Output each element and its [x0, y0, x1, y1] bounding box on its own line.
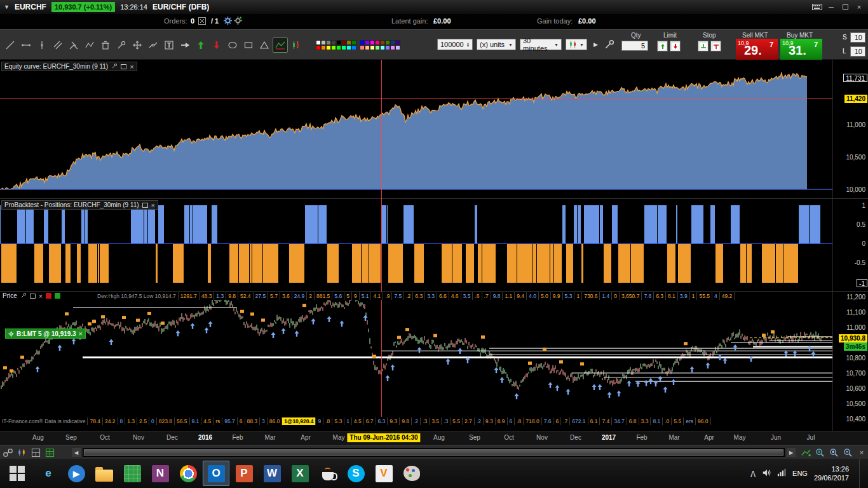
paint-icon[interactable] [398, 461, 425, 486]
palette-swatch[interactable] [395, 40, 400, 45]
green-app-icon[interactable] [119, 461, 146, 486]
tray-expand-icon[interactable]: ᐱ [750, 470, 756, 479]
scroll-left-arrow[interactable]: ◀ [72, 448, 81, 457]
palette-swatch[interactable] [380, 45, 385, 50]
delete-drawings-tool[interactable] [98, 37, 113, 53]
indicator-tool[interactable] [288, 37, 304, 53]
compare-tool[interactable] [146, 37, 161, 53]
palette-swatch[interactable] [321, 40, 326, 45]
outlook-icon[interactable]: O [203, 461, 229, 486]
palette-swatch[interactable] [375, 45, 380, 50]
sell-shortcut-icon[interactable] [46, 293, 51, 299]
buy-mkt-button[interactable]: 10,9 31. 7 [780, 39, 822, 60]
price-window-icon[interactable] [30, 294, 36, 299]
keyboard-icon[interactable] [812, 3, 822, 11]
price-settings-wrench-icon[interactable] [20, 292, 27, 300]
limit-sell-order-icon[interactable] [670, 41, 681, 51]
chart-type-select[interactable]: ▼ [566, 39, 587, 50]
minimize-icon[interactable]: ─ [826, 3, 836, 11]
stop-loss-input[interactable]: 10 [850, 32, 865, 43]
positions-chart[interactable] [0, 199, 832, 292]
equity-close-icon[interactable]: × [130, 64, 133, 70]
palette-swatch[interactable] [326, 40, 331, 45]
palette-swatch[interactable] [360, 40, 365, 45]
volume-icon[interactable] [762, 468, 771, 478]
workspace-layout-icon[interactable] [29, 447, 42, 458]
palette-swatch[interactable] [331, 40, 336, 45]
internet-explorer-icon[interactable]: e [35, 461, 62, 486]
word-icon[interactable]: W [259, 461, 285, 486]
arrow-up-tool[interactable] [193, 37, 208, 53]
buy-shortcut-icon[interactable] [55, 293, 60, 299]
time-scrollbar-thumb[interactable] [84, 449, 783, 456]
palette-swatch[interactable] [341, 45, 346, 50]
limit-buy-order-icon[interactable] [657, 41, 668, 51]
palette-swatch[interactable] [390, 45, 395, 50]
close-icon[interactable]: × [854, 3, 864, 11]
time-axis[interactable]: AugSepOctNovDec2016FebMarAprMayThu 09-Ju… [0, 431, 868, 445]
zoom-out-icon[interactable] [841, 447, 854, 458]
equity-window-icon[interactable] [121, 64, 126, 69]
close-panel-icon[interactable]: × [855, 447, 868, 458]
network-icon[interactable] [777, 468, 786, 478]
price-axis[interactable]: 11,20011,10011,00010,930.83m46s10,80010,… [832, 292, 868, 431]
show-desktop-button[interactable] [859, 459, 862, 488]
palette-swatch[interactable] [385, 45, 390, 50]
text-tool[interactable]: T [161, 37, 177, 53]
palette-swatch[interactable] [326, 45, 331, 50]
move-tool[interactable] [130, 37, 145, 53]
start-button[interactable] [1, 461, 34, 486]
java-icon[interactable] [315, 461, 341, 486]
rectangle-tool[interactable] [241, 37, 256, 53]
palette-swatch[interactable] [351, 45, 356, 50]
trendline-tool[interactable] [3, 37, 18, 53]
taskbar-clock[interactable]: 13:26 29/06/2017 [814, 464, 849, 482]
equity-curve-chart[interactable] [0, 60, 832, 198]
quantity-input[interactable]: 100000 ▲▼ [437, 39, 473, 50]
link-windows-icon[interactable] [1, 447, 14, 458]
price-close-icon[interactable]: × [39, 293, 43, 299]
pitchfork-tool[interactable] [66, 37, 81, 53]
stop-buy-order-icon[interactable] [698, 41, 709, 51]
timeframe-select[interactable]: 30 minutes▼ [520, 39, 562, 50]
excel-icon[interactable]: X [287, 461, 313, 486]
pending-order-badge[interactable]: B:LMT 5 @ 10,919.3 × [5, 329, 86, 339]
palette-swatch[interactable] [316, 40, 321, 45]
time-scrollbar[interactable] [83, 448, 785, 457]
palette-swatch[interactable] [336, 45, 341, 50]
maximize-icon[interactable] [840, 3, 850, 11]
horizontal-segment-tool[interactable] [18, 37, 34, 53]
palette-swatch[interactable] [380, 40, 385, 45]
table-view-icon[interactable] [43, 447, 56, 458]
arrow-down-tool[interactable] [209, 37, 224, 53]
palette-swatch[interactable] [390, 40, 395, 45]
drawing-settings-tool[interactable] [114, 37, 129, 53]
chart-window-icon[interactable] [15, 447, 28, 458]
palette-swatch[interactable] [370, 40, 375, 45]
positions-window-icon[interactable] [142, 203, 148, 208]
zoom-select-icon[interactable] [813, 447, 826, 458]
palette-swatch[interactable] [385, 40, 390, 45]
stop-sell-order-icon[interactable] [710, 41, 721, 51]
powerpoint-icon[interactable]: P [231, 461, 257, 486]
file-explorer-icon[interactable] [91, 461, 118, 486]
units-select[interactable]: (x) units▼ [477, 39, 516, 50]
palette-swatch[interactable] [331, 45, 336, 50]
positions-close-icon[interactable]: × [151, 202, 155, 208]
orders-close-icon[interactable] [198, 17, 206, 26]
strategy-gear-icon[interactable] [234, 17, 242, 26]
symbol-dropdown-icon[interactable]: ▼ [4, 4, 10, 10]
scroll-right-arrow[interactable]: ▶ [787, 448, 796, 457]
sell-mkt-button[interactable]: 10,9 29. 7 [736, 39, 778, 60]
palette-swatch[interactable] [351, 40, 356, 45]
media-player-icon[interactable]: ▶ [63, 461, 90, 486]
zigzag-tool[interactable] [82, 37, 97, 53]
palette-swatch[interactable] [395, 45, 400, 50]
channel-tool[interactable] [50, 37, 65, 53]
trade-qty-input[interactable]: 5 [621, 41, 648, 51]
v-app-icon[interactable]: V [370, 461, 397, 486]
arrow-right-tool[interactable] [177, 37, 193, 53]
skype-icon[interactable]: S [342, 461, 369, 486]
palette-swatch[interactable] [365, 45, 370, 50]
positions-axis[interactable]: 10.50-0.5-1 [832, 199, 868, 291]
